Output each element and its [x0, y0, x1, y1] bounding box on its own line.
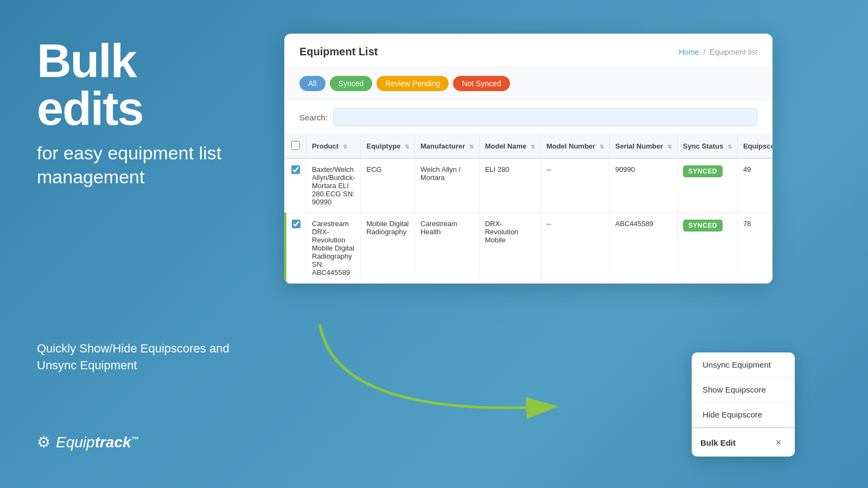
bulk-edit-label: Bulk Edit: [700, 438, 736, 447]
header-equiptype: Equiptype ⇅: [361, 134, 414, 158]
row2-syncstatus: SYNCED: [677, 213, 737, 284]
row1-modelnumber: --: [541, 158, 610, 213]
hero-description: Quickly Show/Hide Equipscores and Unsync…: [37, 341, 265, 374]
row1-product: Baxter/Welch Allyn/Burdick-Mortara ELI 2…: [307, 158, 361, 213]
row1-equipscore: 49: [737, 158, 773, 213]
brand-footer: ⚙ Equiptrack™: [37, 433, 139, 451]
sort-product-icon[interactable]: ⇅: [343, 144, 347, 150]
row1-equiptype: ECG: [361, 158, 414, 213]
row1-modelname: ELI 280: [479, 158, 540, 213]
row2-product: Carestream DRX-Revolution Mobile Digital…: [307, 213, 361, 284]
breadcrumb: Home / Equipment list: [679, 48, 757, 56]
row2-checkbox[interactable]: [292, 220, 301, 228]
row1-synced-badge: SYNCED: [683, 165, 723, 177]
card-title: Equipment List: [299, 46, 378, 58]
search-label: Search:: [299, 113, 328, 122]
table-wrap: Product ⇅ Equiptype ⇅ Manufacturer ⇅ Mod…: [284, 134, 773, 284]
sort-modelnumber-icon[interactable]: ⇅: [599, 144, 604, 150]
row2-serialnumber: ABC445589: [610, 213, 678, 284]
filter-synced-button[interactable]: Synced: [330, 76, 373, 91]
sort-sync-icon[interactable]: ⇅: [727, 144, 732, 150]
header-sync-status: Sync Status ⇅: [677, 134, 737, 158]
sort-manufacturer-icon[interactable]: ⇅: [469, 144, 474, 150]
equipment-table: Product ⇅ Equiptype ⇅ Manufacturer ⇅ Mod…: [284, 134, 773, 284]
brand-text: Equiptrack™: [56, 434, 139, 451]
filter-review-button[interactable]: Review Pending: [376, 76, 449, 91]
row1-syncstatus: SYNCED: [677, 158, 737, 213]
search-bar: Search:: [284, 100, 773, 134]
row2-checkbox-cell: [285, 213, 307, 284]
close-popup-button[interactable]: ×: [771, 435, 786, 450]
sort-serial-icon[interactable]: ⇅: [667, 144, 672, 150]
sort-equiptype-icon[interactable]: ⇅: [405, 144, 409, 150]
row1-manufacturer: Welch Allyn / Mortara: [414, 158, 479, 213]
search-input[interactable]: [333, 108, 757, 126]
popup-hideequipscore-item[interactable]: Hide Equipscore: [692, 402, 795, 427]
header-model-name: Model Name ⇅: [479, 134, 540, 158]
equipment-list-card: Equipment List Home / Equipment list All…: [284, 34, 773, 284]
header-equipscore: Equipscore ⇅: [737, 134, 773, 158]
row2-equiptype: Mobile Digital Radiography: [361, 213, 414, 284]
row1-serialnumber: 90990: [610, 158, 678, 213]
row2-modelname: DRX-Revolution Mobile: [479, 213, 540, 284]
hero-subtitle: for easy equipment list management: [37, 141, 265, 189]
row2-synced-badge: SYNCED: [683, 220, 723, 232]
popup-menu: Unsync Equipment Show Equipscore Hide Eq…: [692, 352, 795, 457]
header-product: Product ⇅: [307, 134, 361, 158]
breadcrumb-home[interactable]: Home: [679, 48, 699, 56]
popup-showequipscore-item[interactable]: Show Equipscore: [692, 377, 795, 402]
brand-icon: ⚙: [37, 433, 50, 451]
popup-footer: Bulk Edit ×: [692, 427, 795, 457]
table-row: Baxter/Welch Allyn/Burdick-Mortara ELI 2…: [285, 158, 773, 213]
filter-all-button[interactable]: All: [299, 76, 326, 91]
hero-line2: edits: [37, 85, 265, 132]
select-all-checkbox[interactable]: [291, 141, 300, 150]
breadcrumb-current: Equipment list: [710, 48, 757, 56]
card-header: Equipment List Home / Equipment list: [284, 34, 773, 67]
header-checkbox: [285, 134, 307, 158]
header-serial-number: Serial Number ⇅: [610, 134, 678, 158]
row2-equipscore: 78: [737, 213, 773, 284]
row1-checkbox-cell: [285, 158, 307, 213]
table-header-row: Product ⇅ Equiptype ⇅ Manufacturer ⇅ Mod…: [285, 134, 773, 158]
header-manufacturer: Manufacturer ⇅: [414, 134, 479, 158]
filter-notsynced-button[interactable]: Not Synced: [453, 76, 509, 91]
row2-modelnumber: --: [541, 213, 610, 284]
table-row: Carestream DRX-Revolution Mobile Digital…: [285, 213, 773, 284]
header-model-number: Model Number ⇅: [541, 134, 610, 158]
hero-line1: Bulk: [37, 37, 265, 85]
left-panel: Bulk edits for easy equipment list manag…: [37, 37, 265, 374]
row1-checkbox[interactable]: [291, 165, 300, 174]
popup-unsync-item[interactable]: Unsync Equipment: [692, 352, 795, 377]
sort-modelname-icon[interactable]: ⇅: [531, 144, 535, 150]
row2-manufacturer: Carestream Health: [414, 213, 479, 284]
filter-bar: All Synced Review Pending Not Synced: [284, 67, 773, 100]
